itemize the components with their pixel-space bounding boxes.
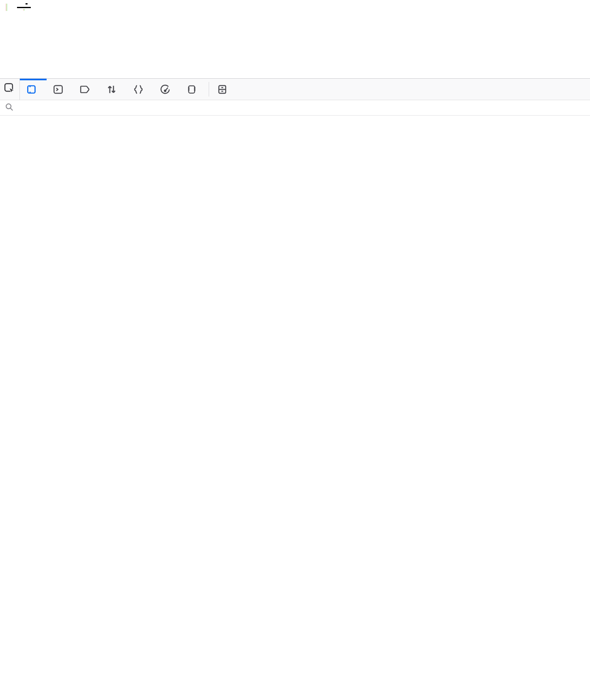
network-icon — [106, 84, 117, 95]
equation-fraction — [17, 2, 31, 12]
equation-lhs — [6, 4, 7, 11]
search-html-input[interactable] — [18, 102, 585, 114]
console-icon — [53, 84, 64, 95]
tab-console[interactable] — [47, 79, 73, 100]
search-bar — [0, 100, 590, 116]
radicand — [26, 3, 28, 6]
devtools-toolbar — [0, 79, 590, 100]
inspector-icon — [26, 84, 37, 95]
equation-var-y — [6, 4, 7, 11]
tab-debugger[interactable] — [73, 79, 100, 100]
rendered-page-area — [0, 0, 590, 78]
memory-chip-icon — [186, 84, 197, 95]
search-icon — [5, 103, 14, 113]
tab-performance[interactable] — [154, 79, 180, 100]
denominator-b — [24, 9, 25, 11]
node-picker-icon — [4, 82, 16, 96]
storage-icon — [217, 84, 228, 95]
fraction-denominator — [21, 8, 26, 12]
tab-style-editor[interactable] — [127, 79, 154, 100]
mathml-equation — [6, 2, 31, 12]
stopwatch-icon — [160, 84, 171, 95]
tab-network[interactable] — [100, 79, 127, 100]
tab-inspector[interactable] — [20, 79, 47, 100]
toolbar-separator — [209, 82, 209, 97]
markup-tree — [0, 116, 590, 118]
debugger-icon — [79, 84, 90, 95]
node-picker-button[interactable] — [0, 79, 20, 100]
fraction-numerator — [17, 2, 31, 7]
tab-memory[interactable] — [180, 79, 207, 100]
braces-icon — [133, 84, 144, 95]
tab-storage[interactable] — [211, 79, 237, 100]
devtools-panel — [0, 78, 590, 118]
